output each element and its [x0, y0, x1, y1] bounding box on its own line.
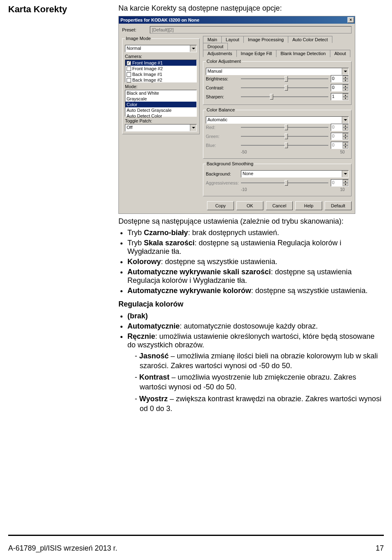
brightness-value: 0 [331, 76, 343, 82]
body-list: Tryb Czarno-biały: brak dostępnych ustaw… [118, 229, 384, 295]
cancel-button[interactable]: Cancel [266, 201, 293, 210]
chevron-down-icon[interactable] [342, 68, 348, 75]
aggressiveness-spin: 0▲▼ [331, 179, 349, 187]
list-item: Automatyczne wykrywanie kolorów: dostępn… [127, 287, 384, 295]
background-combo[interactable]: None [241, 170, 349, 178]
chevron-down-icon[interactable] [190, 45, 196, 52]
color-adjustment-legend: Color Adjustment [206, 59, 242, 64]
help-button[interactable]: Help [295, 201, 322, 210]
chevron-down-icon[interactable] [342, 171, 348, 177]
brightness-label: Brightness: [206, 76, 238, 81]
sharpen-slider[interactable] [241, 93, 328, 100]
copy-button[interactable]: Copy [207, 201, 234, 210]
section-heading: Karta Korekty [8, 4, 110, 15]
camera-label: Camera: [125, 54, 197, 59]
red-value: 0 [331, 124, 343, 131]
color-balance-group: Color Balance Automatic Red: 0▲▼ [203, 107, 352, 159]
image-mode-group: Image Mode Normal Camera: Front Image #1… [122, 36, 200, 134]
background-value: None [241, 171, 342, 177]
mode-item: Auto Detect Grayscale [127, 108, 172, 113]
list-item: Automatycznie: automatycznie dostosowuje… [127, 322, 384, 331]
intro-text: Na karcie Korekty są dostępne następując… [118, 4, 384, 13]
aggressiveness-value: 0 [331, 180, 343, 186]
color-adjustment-group: Color Adjustment Manual Brightness: 0▲▼ [203, 59, 352, 105]
close-icon[interactable]: × [347, 17, 354, 23]
green-value: 0 [331, 133, 343, 140]
camera-item: Front Image #2 [132, 66, 163, 71]
list-item: Tryb Czarno-biały: brak dostępnych ustaw… [127, 229, 384, 237]
checkbox-icon[interactable] [127, 61, 131, 65]
color-balance-value: Automatic [206, 117, 342, 123]
blue-spin: 0▲▼ [331, 142, 349, 149]
mode-label: Mode: [125, 84, 197, 89]
mode-item: Black and White [127, 91, 159, 96]
checkbox-icon[interactable] [127, 78, 131, 82]
list-item: (brak) [127, 312, 384, 320]
sharpen-value: 1 [331, 93, 343, 100]
tab-dropout[interactable]: Dropout [203, 43, 228, 50]
checkbox-icon[interactable] [127, 67, 131, 71]
ok-button[interactable]: OK [236, 201, 263, 210]
tab-image-processing[interactable]: Image Processing [243, 36, 288, 43]
camera-item: Back Image #2 [132, 78, 162, 82]
tab-auto-color-detect[interactable]: Auto Color Detect [288, 36, 332, 43]
tabs-row-1: Main Layout Image Processing Auto Color … [203, 36, 352, 50]
contrast-spin[interactable]: 0▲▼ [331, 84, 349, 91]
dialog-button-row: Copy OK Cancel Help Default [122, 201, 352, 210]
page-footer: A-61789_pl/ISIS wrzesień 2013 r. 17 [8, 544, 384, 553]
dialog-title: Properties for KODAK i3200 on None [120, 18, 347, 22]
footer-page-number: 17 [376, 544, 384, 553]
camera-item: Back Image #1 [132, 72, 162, 77]
toggle-patch-label: Toggle Patch: [125, 118, 197, 123]
body-list: (brak) Automatycznie: automatycznie dost… [118, 312, 384, 414]
preset-field[interactable]: [Default][2] [150, 26, 352, 33]
image-mode-value: Normal [125, 45, 190, 52]
color-adjustment-mode[interactable]: Manual [206, 68, 349, 75]
default-button[interactable]: Default [325, 201, 352, 210]
color-balance-mode[interactable]: Automatic [206, 116, 349, 124]
image-mode-legend: Image Mode [125, 36, 151, 41]
scale-max: 50 [340, 150, 345, 154]
tab-main[interactable]: Main [203, 36, 222, 43]
red-spin: 0▲▼ [331, 124, 349, 131]
list-item: Kolorowy: dostępne są wszystkie ustawien… [127, 258, 384, 266]
toggle-patch-combo[interactable]: Off [125, 124, 197, 131]
footer-rule [8, 535, 384, 536]
sub-item: - Kontrast – umożliwia wyostrzenie lub z… [135, 372, 384, 392]
scale-min: -10 [241, 187, 247, 192]
mode-item: Grayscale [127, 96, 147, 101]
titlebar: Properties for KODAK i3200 on None × [119, 16, 355, 24]
contrast-value: 0 [331, 84, 343, 91]
mode-listbox[interactable]: Black and White Grayscale Color Auto Det… [125, 90, 197, 117]
camera-listbox[interactable]: Front Image #1 Front Image #2 Back Image… [125, 60, 197, 82]
tabs-row-2: Adjustments Image Edge Fill Blank Image … [203, 50, 352, 57]
chevron-down-icon[interactable] [342, 117, 348, 123]
chevron-down-icon[interactable] [190, 124, 196, 131]
tab-about[interactable]: About [330, 50, 351, 57]
toggle-patch-value: Off [125, 124, 190, 131]
green-label: Green: [206, 134, 238, 139]
list-item: Automatyczne wykrywanie skali szarości: … [127, 268, 384, 285]
tab-blank-image-detection[interactable]: Blank Image Detection [276, 50, 330, 57]
tab-layout[interactable]: Layout [221, 36, 244, 43]
color-balance-legend: Color Balance [206, 107, 236, 112]
scale-min: -50 [241, 150, 247, 154]
footer-left: A-61789_pl/ISIS wrzesień 2013 r. [8, 544, 117, 553]
brightness-spin[interactable]: 0▲▼ [331, 75, 349, 82]
green-slider [241, 133, 328, 140]
contrast-slider[interactable] [241, 84, 328, 91]
preset-label: Preset: [122, 27, 147, 32]
list-item: Tryb Skala szarości: dostępne są ustawie… [127, 239, 384, 256]
tab-adjustments[interactable]: Adjustments [203, 50, 237, 57]
blue-slider [241, 142, 328, 149]
red-slider [241, 124, 328, 131]
image-mode-combo[interactable]: Normal [125, 45, 197, 52]
list-item: Ręcznie: umożliwia ustawienie określonyc… [127, 332, 384, 414]
color-adjustment-value: Manual [206, 68, 342, 75]
checkbox-icon[interactable] [127, 72, 131, 77]
tab-image-edge-fill[interactable]: Image Edge Fill [236, 50, 276, 57]
brightness-slider[interactable] [241, 75, 328, 82]
subsection-heading: Regulacja kolorów [118, 299, 384, 309]
mode-item: Auto Detect Color [127, 113, 162, 118]
sharpen-spin[interactable]: 1▲▼ [331, 93, 349, 100]
